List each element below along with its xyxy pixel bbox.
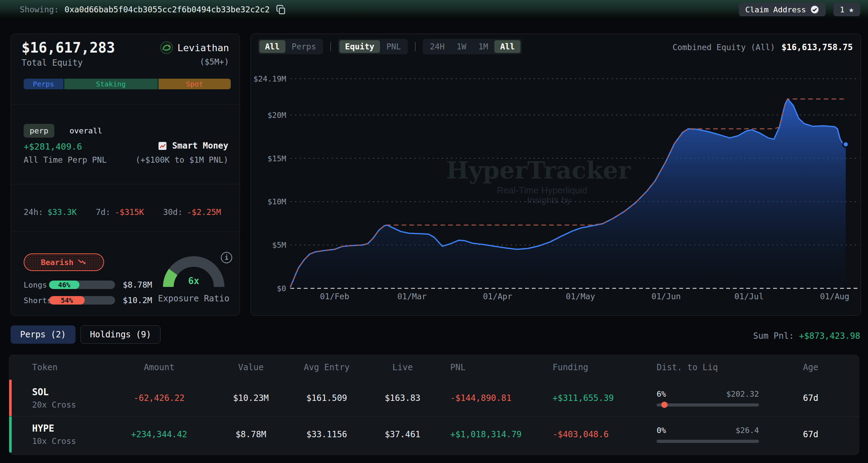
- token-symbol: SOL: [32, 387, 103, 397]
- pnl-scope-tabs: perpoverall: [24, 124, 108, 138]
- column-header-avg-entry: Avg Entry: [286, 362, 367, 372]
- dist-to-liq-cell: 0%$26.4: [646, 426, 762, 443]
- smart-money-range: (+$100K to $1M PNL): [135, 155, 228, 164]
- divider: [11, 184, 240, 184]
- last-point-marker: [843, 142, 849, 147]
- funding-cell: -$403,048.6: [540, 429, 646, 439]
- token-symbol: HYPE: [32, 423, 103, 434]
- exposure-ratio-gauge: 6xExposure Ratio: [155, 250, 234, 306]
- x-axis-label: 01/Jul: [734, 292, 764, 301]
- x-axis-label: 01/Feb: [320, 292, 349, 301]
- pnl-cell: -$144,890.81: [438, 393, 540, 403]
- sum-pnl: Sum Pnl: +$873,423.98: [753, 331, 860, 341]
- dist-to-liq-cell: 6%$202.32: [646, 390, 762, 407]
- positions-tabs: Perps (2)Holdings (9): [11, 325, 161, 344]
- token-cell: SOL20x Cross: [32, 387, 103, 409]
- shorts-label: Shorts: [24, 296, 49, 305]
- y-axis-label: $24.19M: [253, 74, 286, 83]
- stat-value: $33.3K: [47, 208, 77, 217]
- column-header-age: Age: [762, 362, 859, 372]
- copy-address-button[interactable]: [275, 4, 287, 15]
- sentiment-badge: Bearish: [24, 253, 104, 271]
- trader-identity: Leviathan: [160, 41, 229, 54]
- dist-track: [657, 440, 759, 443]
- dist-pct: 0%: [657, 426, 666, 435]
- equity-chart-card: AllPerpsEquityPNL24H1W1MAll Combined Equ…: [251, 34, 861, 316]
- stat-30d: 30d:-$2.25M: [163, 208, 221, 217]
- equity-segment-staking: Staking: [64, 79, 158, 89]
- stat-label: 7d:: [96, 208, 110, 217]
- column-header-live: Live: [367, 362, 438, 372]
- dist-dot: [661, 402, 668, 408]
- exposure-ratio-value: 6x: [188, 276, 199, 286]
- star-icon: ★: [849, 5, 854, 14]
- longs-bar: 46%: [49, 281, 115, 289]
- x-axis-label: 01/Jun: [651, 292, 681, 301]
- column-header-funding: Funding: [540, 362, 646, 372]
- equity-segment-perps: Perps: [24, 79, 64, 89]
- watermark-subtitle: Insights by: [527, 195, 571, 205]
- age-cell: 67d: [762, 393, 859, 403]
- stat-label: 24h:: [24, 208, 43, 217]
- stat-7d: 7d:-$315K: [96, 208, 144, 217]
- liq-price: $26.4: [736, 426, 759, 435]
- value-cell: $10.23M: [216, 393, 286, 403]
- x-axis-label: 01/May: [566, 292, 595, 301]
- favorites-count: 1: [840, 5, 844, 14]
- equity-area-chart: HyperTrackerReal-Time HyperliquidInsight…: [251, 34, 861, 316]
- shorts-row: Shorts 54% $10.2M: [24, 296, 152, 305]
- smart-money-label: Smart Money: [172, 141, 228, 151]
- value-cell: $8.78M: [216, 429, 286, 439]
- longs-fill: 46%: [49, 281, 79, 289]
- position-row-hype[interactable]: HYPE10x Cross+234,344.42$8.78M$33.1156$3…: [9, 416, 859, 452]
- profile-card: $16,617,283 Total Equity Leviathan ($5M+…: [11, 34, 240, 316]
- total-equity-label: Total Equity: [22, 58, 83, 68]
- longs-row: Longs 46% $8.78M: [24, 280, 152, 289]
- longs-label: Longs: [24, 281, 49, 289]
- trending-down-icon: [78, 259, 87, 266]
- sentiment-label: Bearish: [41, 258, 74, 267]
- total-equity-value: $16,617,283: [22, 40, 115, 56]
- favorites-button[interactable]: 1 ★: [833, 3, 860, 16]
- divider: [11, 104, 240, 105]
- y-axis-label: $0: [277, 284, 287, 293]
- column-header-pnl: PNL: [438, 362, 540, 372]
- chart-up-icon: [158, 141, 167, 151]
- token-leverage: 10x Cross: [32, 437, 103, 446]
- y-axis-label: $10M: [267, 197, 286, 206]
- live-cell: $37.461: [367, 429, 438, 439]
- smart-money-badge: Smart Money: [158, 141, 228, 151]
- longs-amount: $8.78M: [123, 280, 152, 289]
- y-axis-label: $15M: [267, 154, 286, 163]
- age-cell: 67d: [762, 429, 859, 439]
- stat-value: -$315K: [115, 208, 144, 217]
- column-header-token: Token: [32, 362, 103, 372]
- amount-cell: -62,426.22: [103, 393, 216, 403]
- x-axis-label: 01/Apr: [483, 292, 512, 301]
- pnl-scope-tab-perp[interactable]: perp: [24, 124, 54, 138]
- positions-tab-perps[interactable]: Perps (2): [11, 325, 76, 344]
- claim-address-button[interactable]: Claim Address: [739, 3, 826, 16]
- shorts-bar: 54%: [49, 296, 115, 305]
- pnl-scope-tab-overall[interactable]: overall: [64, 124, 108, 138]
- column-header-amount: Amount: [103, 362, 216, 372]
- table-header-row: TokenAmountValueAvg EntryLivePNLFundingD…: [9, 355, 859, 380]
- positions-tab-holdings[interactable]: Holdings (9): [80, 325, 161, 344]
- all-time-perp-pnl-value: +$281,409.6: [24, 142, 82, 152]
- shorts-amount: $10.2M: [123, 296, 152, 305]
- token-cell: HYPE10x Cross: [32, 423, 103, 446]
- avg-entry-cell: $33.1156: [286, 429, 367, 439]
- copy-icon: [276, 4, 286, 15]
- showing-label: Showing:: [20, 5, 59, 14]
- dragon-avatar-icon: [160, 41, 173, 54]
- equity-composition-bar: PerpsStakingSpot: [24, 79, 231, 89]
- avg-entry-cell: $161.509: [286, 393, 367, 403]
- liq-price: $202.32: [726, 390, 759, 398]
- position-row-sol[interactable]: SOL20x Cross-62,426.22$10.23M$161.509$16…: [9, 380, 859, 416]
- wallet-address: 0xa0d66bab5f04cb3055cc2f6b0494cb33be32c2…: [65, 5, 270, 14]
- column-header-dist-to-liq: Dist. to Liq: [646, 362, 762, 372]
- pnl-cell: +$1,018,314.79: [438, 429, 540, 439]
- hypertracker-dashboard: Showing: 0xa0d66bab5f04cb3055cc2f6b0494c…: [0, 0, 868, 463]
- claim-address-label: Claim Address: [745, 5, 806, 14]
- y-axis-label: $5M: [272, 241, 286, 249]
